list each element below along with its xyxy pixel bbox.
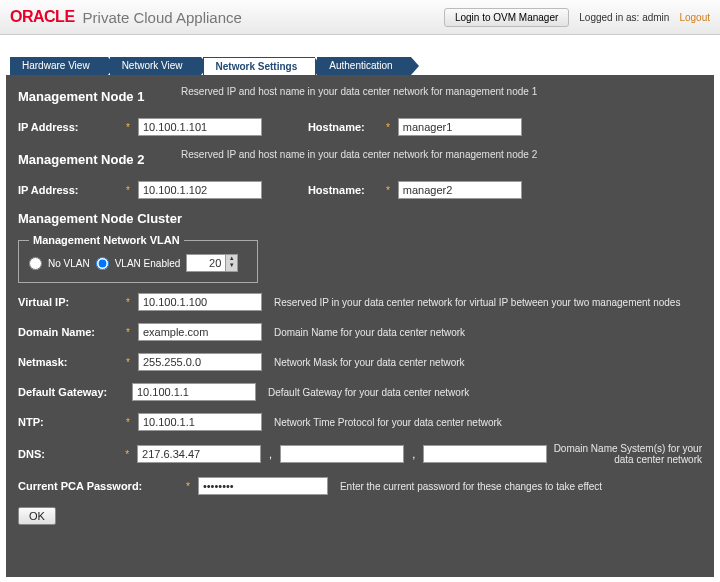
domain-label: Domain Name: bbox=[18, 326, 118, 338]
node1-hostname-label: Hostname: bbox=[308, 121, 378, 133]
dns3-input[interactable] bbox=[423, 445, 547, 463]
ok-button[interactable]: OK bbox=[18, 507, 56, 525]
tab-bar: Hardware View Network View Network Setti… bbox=[0, 57, 720, 75]
required-marker: * bbox=[386, 122, 390, 133]
vlan-spinner[interactable]: ▲▼ bbox=[226, 254, 238, 272]
required-marker: * bbox=[186, 481, 190, 492]
node2-ip-label: IP Address: bbox=[18, 184, 118, 196]
domain-desc: Domain Name for your data center network bbox=[274, 327, 465, 338]
netmask-label: Netmask: bbox=[18, 356, 118, 368]
dns-separator: , bbox=[412, 448, 415, 460]
required-marker: * bbox=[125, 449, 129, 460]
login-ovm-button[interactable]: Login to OVM Manager bbox=[444, 8, 569, 27]
dns-label: DNS: bbox=[18, 448, 117, 460]
tab-network-settings[interactable]: Network Settings bbox=[203, 57, 316, 75]
cluster-title: Management Node Cluster bbox=[18, 211, 702, 226]
tab-authentication[interactable]: Authentication bbox=[317, 57, 410, 75]
password-label: Current PCA Password: bbox=[18, 480, 178, 492]
no-vlan-label: No VLAN bbox=[48, 258, 90, 269]
vlan-id-input[interactable] bbox=[186, 254, 226, 272]
ntp-desc: Network Time Protocol for your data cent… bbox=[274, 417, 502, 428]
spin-up-icon: ▲ bbox=[226, 255, 237, 262]
node2-ip-input[interactable] bbox=[138, 181, 262, 199]
app-header: ORACLE Private Cloud Appliance Login to … bbox=[0, 0, 720, 35]
logout-link[interactable]: Logout bbox=[679, 12, 710, 23]
vlan-enabled-label: VLAN Enabled bbox=[115, 258, 181, 269]
gateway-desc: Default Gateway for your data center net… bbox=[268, 387, 469, 398]
password-input[interactable] bbox=[198, 477, 328, 495]
ntp-input[interactable] bbox=[138, 413, 262, 431]
domain-input[interactable] bbox=[138, 323, 262, 341]
gateway-input[interactable] bbox=[132, 383, 256, 401]
tab-hardware-view[interactable]: Hardware View bbox=[10, 57, 108, 75]
node1-ip-input[interactable] bbox=[138, 118, 262, 136]
node1-ip-label: IP Address: bbox=[18, 121, 118, 133]
password-desc: Enter the current password for these cha… bbox=[340, 481, 602, 492]
dns2-input[interactable] bbox=[280, 445, 404, 463]
logged-in-text: Logged in as: admin bbox=[579, 12, 669, 23]
node1-desc: Reserved IP and host name in your data c… bbox=[181, 86, 537, 97]
node1-hostname-input[interactable] bbox=[398, 118, 522, 136]
netmask-desc: Network Mask for your data center networ… bbox=[274, 357, 465, 368]
required-marker: * bbox=[126, 357, 130, 368]
ntp-label: NTP: bbox=[18, 416, 118, 428]
node2-desc: Reserved IP and host name in your data c… bbox=[181, 149, 537, 160]
required-marker: * bbox=[126, 327, 130, 338]
no-vlan-radio[interactable] bbox=[29, 257, 42, 270]
dns-desc: Domain Name System(s) for your data cent… bbox=[553, 443, 702, 465]
dns1-input[interactable] bbox=[137, 445, 261, 463]
virtual-ip-desc: Reserved IP in your data center network … bbox=[274, 297, 681, 308]
vlan-fieldset: Management Network VLAN No VLAN VLAN Ena… bbox=[18, 234, 258, 283]
node2-hostname-input[interactable] bbox=[398, 181, 522, 199]
virtual-ip-input[interactable] bbox=[138, 293, 262, 311]
required-marker: * bbox=[126, 122, 130, 133]
node1-title: Management Node 1 bbox=[18, 89, 178, 104]
tab-network-view[interactable]: Network View bbox=[110, 57, 201, 75]
vlan-enabled-radio[interactable] bbox=[96, 257, 109, 270]
node2-hostname-label: Hostname: bbox=[308, 184, 378, 196]
netmask-input[interactable] bbox=[138, 353, 262, 371]
oracle-logo: ORACLE bbox=[10, 8, 75, 26]
required-marker: * bbox=[126, 185, 130, 196]
vlan-legend: Management Network VLAN bbox=[29, 234, 184, 246]
spin-down-icon: ▼ bbox=[226, 262, 237, 269]
dns-separator: , bbox=[269, 448, 272, 460]
settings-panel: Management Node 1 Reserved IP and host n… bbox=[6, 75, 714, 577]
virtual-ip-label: Virtual IP: bbox=[18, 296, 118, 308]
node2-title: Management Node 2 bbox=[18, 152, 178, 167]
required-marker: * bbox=[386, 185, 390, 196]
product-title: Private Cloud Appliance bbox=[83, 9, 242, 26]
gateway-label: Default Gateway: bbox=[18, 386, 148, 398]
required-marker: * bbox=[126, 297, 130, 308]
required-marker: * bbox=[126, 417, 130, 428]
